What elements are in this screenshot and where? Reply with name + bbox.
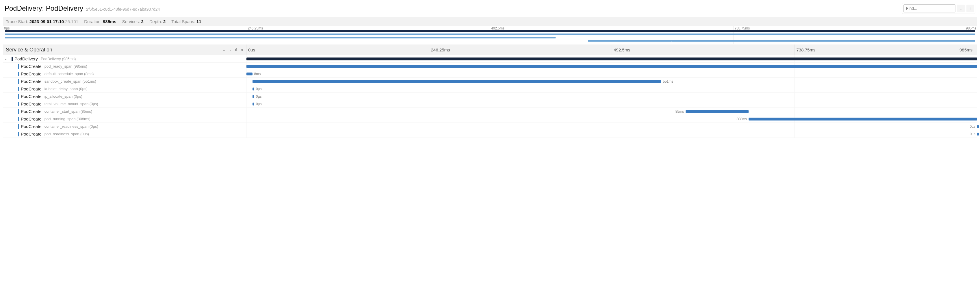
duration-value: 985ms — [103, 19, 116, 24]
service-color-tick — [18, 117, 19, 121]
page-title: PodDelivery: PodDelivery — [5, 4, 83, 13]
span-duration-label: 85ms — [676, 110, 684, 113]
span-bar[interactable] — [977, 125, 979, 128]
find-next-button[interactable]: ↓ — [957, 5, 965, 12]
service-name: PodCreate — [21, 124, 41, 129]
duration-label: Duration: — [84, 19, 102, 24]
operation-name: container_readiness_span (0µs) — [45, 124, 98, 129]
span-row[interactable]: PodCreatecontainer_start_span (85ms)85ms — [3, 108, 977, 115]
service-name: PodCreate — [21, 109, 41, 114]
span-bar[interactable] — [247, 73, 253, 75]
span-duration-label: 551ms — [663, 80, 673, 83]
minimap-tick-label: 738.75ms — [735, 26, 750, 30]
minimap[interactable]: 0µs246.25ms492.5ms738.75ms985ms — [3, 26, 977, 44]
services-label: Services: — [122, 19, 140, 24]
minimap-span-bar — [5, 33, 975, 35]
span-bar[interactable] — [247, 57, 977, 61]
span-duration-label: 0µs — [970, 124, 975, 129]
service-name: PodCreate — [21, 72, 41, 76]
find-input[interactable] — [904, 4, 955, 13]
columns-header: Service & Operation ⌄ › »̌ » 0µs246.25ms… — [3, 44, 977, 55]
collapse-one-icon[interactable]: › — [229, 48, 231, 52]
minimap-span-bar — [588, 40, 672, 41]
expand-caret-icon[interactable]: ⌄ — [5, 57, 8, 61]
service-name: PodCreate — [21, 102, 41, 106]
services-value: 2 — [141, 19, 143, 24]
span-bar[interactable] — [253, 95, 254, 98]
service-operation-header: Service & Operation — [6, 47, 52, 53]
find-prev-button[interactable]: ↑ — [966, 5, 974, 12]
minimap-span-bar — [672, 40, 975, 41]
service-name: PodCreate — [21, 94, 41, 99]
operation-name: container_start_span (85ms) — [45, 109, 92, 113]
collapse-all-icon[interactable]: » — [241, 48, 243, 52]
service-color-tick — [18, 79, 19, 84]
timeline-tick-label: 492.5ms — [612, 45, 794, 55]
timeline-tick-label: 246.25ms — [429, 45, 612, 55]
span-bar[interactable] — [247, 65, 977, 68]
service-color-tick — [18, 102, 19, 106]
span-duration-label: 0µs — [256, 94, 262, 99]
operation-name: pod_ready_span (985ms) — [45, 64, 87, 68]
service-color-tick — [18, 94, 19, 99]
span-bar[interactable] — [686, 110, 749, 113]
span-row[interactable]: PodCreatesandbox_create_span (551ms)551m… — [3, 78, 977, 85]
span-duration-label: 0µs — [256, 87, 262, 91]
span-bar[interactable] — [253, 88, 254, 91]
service-color-tick — [18, 124, 19, 129]
service-name: PodDelivery — [14, 56, 38, 61]
trace-start-ms: :26.101 — [64, 19, 78, 24]
service-name: PodCreate — [21, 116, 41, 121]
operation-name: total_volume_mount_span (0µs) — [45, 102, 98, 106]
span-row[interactable]: PodCreatedefault_schedule_span (8ms)8ms — [3, 70, 977, 78]
trace-start-label: Trace Start: — [6, 19, 28, 24]
find-group: ↓ ↑ — [902, 3, 975, 14]
service-name: PodCreate — [21, 132, 41, 136]
span-bar[interactable] — [977, 133, 979, 135]
trace-start-value: 2023-09-01 17:10 — [29, 19, 64, 24]
service-color-tick — [18, 109, 19, 114]
operation-name: PodDelivery (985ms) — [41, 57, 76, 61]
service-name: PodCreate — [21, 86, 41, 91]
depth-label: Depth: — [150, 19, 162, 24]
service-color-tick — [18, 64, 19, 69]
timeline-tick-label: 738.75ms — [794, 45, 977, 55]
timeline-tick-label: 985ms — [958, 45, 975, 55]
span-row[interactable]: PodCreateip_allocate_span (0µs)0µs — [3, 93, 977, 100]
service-color-tick — [11, 57, 13, 61]
span-bar[interactable] — [253, 103, 254, 105]
span-duration-label: 308ms — [737, 117, 747, 121]
expand-all-icon[interactable]: »̌ — [235, 48, 237, 52]
service-color-tick — [18, 87, 19, 91]
span-bar[interactable] — [253, 80, 661, 83]
span-row[interactable]: PodCreatekubelet_delay_span (0µs)0µs — [3, 85, 977, 93]
operation-name: pod_running_span (308ms) — [45, 117, 91, 121]
span-bar[interactable] — [749, 118, 977, 121]
minimap-span-bar — [13, 37, 555, 38]
operation-name: pod_readiness_span (0µs) — [45, 132, 89, 136]
minimap-tick-label: 492.5ms — [491, 26, 504, 30]
service-color-tick — [18, 132, 19, 136]
expand-one-icon[interactable]: ⌄ — [222, 48, 225, 52]
operation-name: default_schedule_span (8ms) — [45, 72, 94, 76]
service-name: PodCreate — [21, 64, 41, 69]
span-row[interactable]: PodCreatepod_readiness_span (0µs)0µs — [3, 130, 977, 138]
operation-name: kubelet_delay_span (0µs) — [45, 87, 88, 91]
span-row[interactable]: PodCreatepod_running_span (308ms)308ms — [3, 115, 977, 123]
span-row[interactable]: PodCreatetotal_volume_mount_span (0µs)0µ… — [3, 100, 977, 108]
minimap-tick-label: 0µs — [4, 26, 10, 30]
trace-id: 2f6f5e51-c8d1-48fe-96d7-8d7aba907d24 — [86, 7, 160, 11]
span-row[interactable]: PodCreatecontainer_readiness_span (0µs)0… — [3, 123, 977, 130]
trace-header: PodDelivery: PodDelivery 2f6f5e51-c8d1-4… — [3, 2, 977, 17]
total-spans-value: 11 — [196, 19, 201, 24]
total-spans-label: Total Spans: — [171, 19, 195, 24]
span-row[interactable]: ⌄PodDeliveryPodDelivery (985ms) — [3, 55, 977, 63]
span-duration-label: 0µs — [256, 102, 262, 106]
span-duration-label: 8ms — [254, 72, 261, 76]
trace-info-strip: Trace Start: 2023-09-01 17:10:26.101 Dur… — [3, 17, 977, 26]
span-row[interactable]: PodCreatepod_ready_span (985ms) — [3, 63, 977, 70]
minimap-tick-label: 246.25ms — [248, 26, 263, 30]
service-name: PodCreate — [21, 79, 41, 84]
minimap-span-bar — [5, 30, 975, 32]
timeline-tick-label: 0µs — [247, 45, 429, 55]
